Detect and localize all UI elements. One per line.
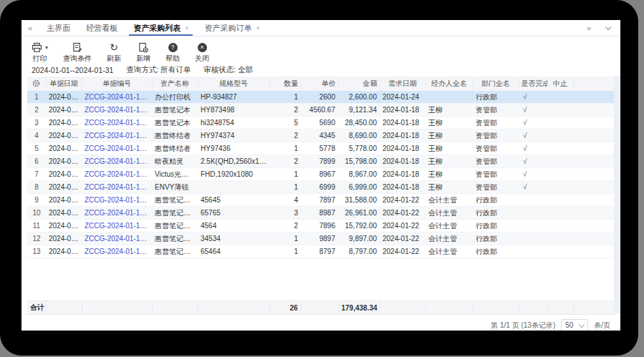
column-settings-gear-icon[interactable] bbox=[32, 79, 40, 87]
more-tabs-icon[interactable]: » bbox=[580, 24, 597, 32]
tab[interactable]: 资产采购列表× bbox=[125, 20, 196, 36]
filler-cell bbox=[573, 91, 614, 104]
department-cell: 资管部 bbox=[473, 117, 519, 129]
doc-number-link[interactable]: ZCCG-2024-01-15-00002 bbox=[82, 181, 152, 194]
refresh-icon: ↻ bbox=[110, 42, 118, 52]
audit-status-filter[interactable]: 审核状态: 全部 bbox=[203, 65, 253, 75]
row-number: 8 bbox=[27, 181, 46, 194]
doc-date-cell: 2024-01-15 bbox=[46, 220, 82, 233]
abort-cell bbox=[547, 194, 573, 207]
doc-date-cell: 2024-01-15 bbox=[46, 91, 82, 104]
page-size-select[interactable]: 50 bbox=[561, 319, 588, 331]
quantity-cell: 2 bbox=[269, 155, 301, 168]
spec-model-cell: 65765 bbox=[198, 207, 269, 220]
need-date-cell: 2024-01-18 bbox=[380, 155, 426, 168]
col-header-doc-number[interactable]: 单据编号 bbox=[82, 77, 152, 91]
col-header-asset-name[interactable]: 资产名称 bbox=[152, 77, 198, 91]
table-row[interactable]: 22024-01-15ZCCG-2024-01-15-00002惠普笔记本HY8… bbox=[27, 104, 614, 117]
table-row[interactable]: 62024-01-15ZCCG-2024-01-15-00002暗夜精灵2.5K… bbox=[27, 155, 614, 168]
tab-close-icon[interactable]: × bbox=[185, 24, 188, 31]
doc-number-link[interactable]: ZCCG-2024-01-15-00002 bbox=[82, 168, 152, 181]
tab[interactable]: 资产采购订单× bbox=[196, 20, 267, 36]
abort-cell bbox=[547, 245, 573, 258]
need-date-cell: 2024-01-18 bbox=[380, 168, 426, 181]
table-row[interactable]: 122024-01-15ZCCG-2024-01-15-00003惠普笔记本 h… bbox=[27, 233, 614, 245]
doc-date-cell: 2024-01-15 bbox=[46, 129, 82, 142]
col-header-abort[interactable]: 中止 bbox=[547, 77, 573, 91]
tab[interactable]: 经营看板 bbox=[78, 20, 125, 36]
close-button[interactable]: × 关闭 bbox=[195, 41, 209, 64]
asset-name-cell: 惠普笔记本 hi324... bbox=[152, 194, 198, 207]
col-header-is-done[interactable]: 是否完成 bbox=[519, 77, 547, 91]
abort-cell bbox=[547, 142, 573, 155]
col-header-department[interactable]: 部门全名 bbox=[473, 77, 519, 91]
print-dropdown-caret-icon[interactable]: ▾ bbox=[45, 44, 48, 51]
unit-price-cell: 7897 bbox=[301, 194, 338, 207]
chevron-down-icon[interactable] bbox=[605, 24, 611, 30]
table-row[interactable]: 132024-01-15ZCCG-2024-01-15-00003惠普笔记本 h… bbox=[27, 245, 614, 258]
doc-number-link[interactable]: ZCCG-2024-01-15-00003 bbox=[82, 245, 152, 258]
doc-number-link[interactable]: ZCCG-2024-01-15-00002 bbox=[82, 155, 152, 168]
asset-name-cell: 惠普笔记本 hi324... bbox=[152, 233, 198, 245]
app-window: « 主界面经营看板资产采购列表×资产采购订单× » ▾ bbox=[21, 20, 620, 331]
col-header-handler-name[interactable]: 经办人全名 bbox=[426, 77, 473, 91]
amount-cell: 8,690.00 bbox=[338, 129, 380, 142]
col-header-amount[interactable]: 金额 bbox=[338, 77, 380, 91]
doc-number-link[interactable]: ZCCG-2024-01-15-00002 bbox=[82, 104, 152, 117]
doc-number-link[interactable]: ZCCG-2024-01-15-00002 bbox=[82, 142, 152, 155]
tab-bar-right: » bbox=[580, 24, 620, 32]
date-range-filter[interactable]: 2024-01-01--2024-01-31 bbox=[32, 66, 113, 74]
doc-number-link[interactable]: ZCCG-2024-01-15-00003 bbox=[82, 233, 152, 245]
quantity-cell: 2 bbox=[269, 129, 301, 142]
doc-number-link[interactable]: ZCCG-2024-01-15-00001 bbox=[82, 91, 152, 104]
doc-number-link[interactable]: ZCCG-2024-01-15-00003 bbox=[82, 207, 152, 220]
col-header-filler bbox=[573, 77, 614, 91]
tab-bar: « 主界面经营看板资产采购列表×资产采购订单× » bbox=[21, 20, 620, 36]
help-button[interactable]: ? 帮助 bbox=[165, 41, 180, 64]
doc-number-link[interactable]: ZCCG-2024-01-15-00003 bbox=[82, 220, 152, 233]
vertical-scrollbar[interactable] bbox=[614, 76, 620, 313]
filler-cell bbox=[573, 168, 614, 181]
query-conditions-button[interactable]: 查询条件 bbox=[63, 41, 92, 64]
add-button[interactable]: 新增 bbox=[136, 41, 150, 64]
is-done-cell bbox=[519, 245, 547, 258]
filter-bar: 2024-01-01--2024-01-31 查询方式: 所有订单 审核状态: … bbox=[21, 63, 620, 77]
table-row[interactable]: 92024-01-15ZCCG-2024-01-15-00003惠普笔记本 hi… bbox=[27, 194, 614, 207]
handler-cell: 王柳 bbox=[426, 142, 473, 155]
table-row[interactable]: 72024-01-15ZCCG-2024-01-15-00002Victus光影… bbox=[27, 168, 614, 181]
doc-number-link[interactable]: ZCCG-2024-01-15-00002 bbox=[82, 117, 152, 129]
table-row[interactable]: 32024-01-15ZCCG-2024-01-15-00002惠普笔记本hi3… bbox=[27, 117, 614, 129]
is-done-cell: √ bbox=[519, 117, 547, 129]
is-done-cell: √ bbox=[519, 91, 547, 104]
select-chevron-down-icon bbox=[579, 322, 585, 328]
tab-close-icon[interactable]: × bbox=[256, 24, 259, 31]
table-row[interactable]: 102024-01-15ZCCG-2024-01-15-00003惠普笔记本 h… bbox=[27, 207, 614, 220]
col-header-quantity[interactable]: 数量 bbox=[269, 77, 301, 91]
table-row[interactable]: 112024-01-15ZCCG-2024-01-15-00003惠普笔记本 h… bbox=[27, 220, 614, 233]
refresh-button[interactable]: ↻ 刷新 bbox=[107, 41, 121, 64]
table-row[interactable]: 42024-01-15ZCCG-2024-01-15-00002惠普终结者HY9… bbox=[27, 129, 614, 142]
col-header-need-date[interactable]: 需求日期 bbox=[380, 77, 426, 91]
unit-price-cell: 5778 bbox=[301, 142, 338, 155]
query-mode-label: 查询方式: bbox=[126, 65, 158, 74]
query-mode-filter[interactable]: 查询方式: 所有订单 bbox=[126, 65, 191, 75]
print-button[interactable]: ▾ 打印 bbox=[32, 41, 48, 64]
spec-model-cell: HP-934827 bbox=[198, 91, 269, 104]
doc-number-link[interactable]: ZCCG-2024-01-15-00003 bbox=[82, 194, 152, 207]
table-row[interactable]: 52024-01-15ZCCG-2024-01-15-00002惠普终结者HY9… bbox=[27, 142, 614, 155]
summary-quantity: 26 bbox=[269, 301, 301, 315]
doc-number-link[interactable]: ZCCG-2024-01-15-00002 bbox=[82, 129, 152, 142]
row-number: 12 bbox=[27, 233, 46, 245]
collapse-tabs-icon[interactable]: « bbox=[21, 24, 39, 32]
col-header-unit-price[interactable]: 单价 bbox=[301, 77, 338, 91]
is-done-cell: √ bbox=[519, 142, 547, 155]
unit-price-cell: 4345 bbox=[301, 129, 338, 142]
col-header-spec-model[interactable]: 规格型号 bbox=[198, 77, 269, 91]
is-done-cell: √ bbox=[519, 104, 547, 117]
table-row[interactable]: 12024-01-15ZCCG-2024-01-15-00001办公打印机HP-… bbox=[27, 91, 614, 104]
table-row[interactable]: 82024-01-15ZCCG-2024-01-15-00002ENVY薄锐16… bbox=[27, 181, 614, 194]
col-header-doc-date[interactable]: 单据日期 bbox=[46, 77, 82, 91]
amount-cell: 6,999.00 bbox=[338, 181, 380, 194]
tab[interactable]: 主界面 bbox=[39, 20, 78, 36]
amount-cell: 26,961.00 bbox=[338, 207, 380, 220]
